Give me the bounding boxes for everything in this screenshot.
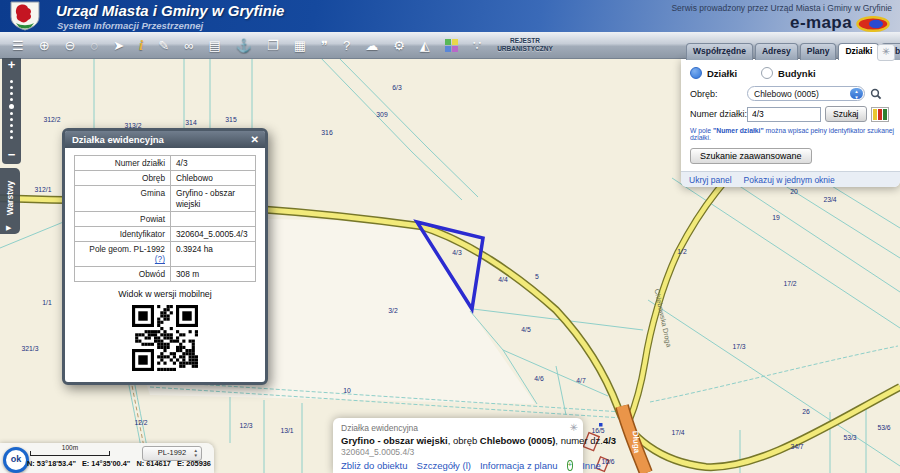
search-panel-tabs: WspółrzędneAdresyPlanyDziałkiObiekty (686, 43, 900, 60)
layers-tab-label: Warstwy (5, 181, 15, 216)
search-icon[interactable] (870, 88, 882, 100)
zoom-out-icon[interactable]: ⊖ (65, 39, 76, 52)
parcel-label-312-1: 312/1 (34, 186, 51, 193)
parcel-label-3-2: 3/2 (388, 307, 397, 314)
radio-label-budynki[interactable]: Budynki (778, 68, 815, 79)
print-icon[interactable]: ▤ (208, 39, 220, 52)
link-pokazuj-w-jednym-oknie[interactable]: Pokazuj w jednym oknie (744, 175, 835, 185)
link-informacja-z-planu[interactable]: Informacja z planu (480, 460, 558, 471)
swipe-compare-icon[interactable]: ◭ (420, 39, 430, 52)
mobile-view-caption: Widok w wersji mobilnej (65, 289, 265, 299)
measure-icon[interactable]: ✎ (158, 39, 169, 52)
parcel-label-20: 20 (790, 188, 798, 195)
rejestr-urbanistyczny-button[interactable]: Rejestr urbanistyczny (497, 37, 553, 53)
zoom-level-dot[interactable] (10, 98, 13, 101)
help-icon[interactable]: ? (343, 39, 350, 52)
obreb-select[interactable]: Chlebowo (0005) ▲▼ (747, 86, 865, 101)
more-actions-icon[interactable]: + (567, 460, 574, 471)
attr-row-obwód: Obwód308 m (75, 267, 255, 282)
layers-icon[interactable]: ☰ (12, 39, 24, 52)
legend-grid-icon[interactable] (445, 39, 458, 52)
parcel-label-19: 19 (772, 214, 780, 221)
crs-stepper-icon: ▲▼ (194, 448, 198, 458)
numer-row: Numer działki: Szukaj (690, 106, 900, 122)
emapa-logo[interactable]: e-mapa (790, 13, 852, 33)
ok-button[interactable]: ok (3, 447, 29, 473)
parcel-label-315: 315 (225, 116, 236, 123)
layers-panel-tab[interactable]: Warstwy ▶ (0, 168, 20, 234)
zoom-level-dot[interactable] (10, 130, 13, 133)
zoom-levels[interactable] (9, 73, 14, 146)
pointer-icon[interactable]: ➤ (113, 39, 124, 52)
undock-panel-icon[interactable]: ✳ (877, 44, 895, 61)
zoom-in-icon[interactable]: ⊕ (39, 39, 50, 52)
link-szczegóły-l-[interactable]: Szczegóły (l) (417, 460, 471, 471)
advanced-search-button[interactable]: Szukanie zaawansowane (690, 148, 812, 164)
scale-label: 100m (30, 444, 110, 451)
numer-label: Numer działki: (690, 109, 747, 119)
tab-działki[interactable]: Działki (838, 43, 879, 60)
scale-bracket (30, 451, 110, 456)
help-link[interactable]: (?) (155, 254, 165, 264)
parcel-attributes-table: Numer działki4/3ObrębChlebowoGminaGryfin… (74, 155, 256, 282)
link-zbliż-do-obiektu[interactable]: Zbliż do obiektu (341, 460, 408, 471)
radio-budynki[interactable] (761, 67, 773, 79)
gryfino-coat-of-arms-icon (9, 1, 41, 31)
parcel-info-dialog: Działka ewidencyjna ✕ Numer działki4/3Ob… (62, 128, 268, 385)
identify-info-icon[interactable]: i (139, 38, 143, 53)
toolbar-icons: ☰⊕⊖◌➤i✎∞▤⚓❐▦❞?☁⚙◭∵ (0, 38, 481, 53)
share-icon[interactable]: ∵ (473, 39, 481, 52)
obreb-label: Obręb: (690, 89, 747, 99)
anchor-icon[interactable]: ⚓ (236, 39, 252, 52)
dismiss-icon[interactable]: ✳ (570, 422, 578, 433)
zoom-level-dot[interactable] (10, 124, 13, 127)
parcel-label-53-6: 53/6 (877, 424, 890, 431)
radio-label-działki[interactable]: Działki (707, 68, 737, 79)
zoom-level-dot[interactable] (10, 112, 13, 115)
link-icon[interactable]: ∞ (184, 39, 193, 52)
copy-view-icon[interactable]: ❐ (267, 39, 279, 52)
layout-icon[interactable]: ▦ (294, 39, 306, 52)
zoom-level-dot[interactable] (10, 92, 13, 95)
zoom-level-dot[interactable] (10, 136, 13, 139)
zoom-level-dot[interactable] (10, 118, 13, 121)
link-inne[interactable]: Inne (582, 460, 601, 471)
numer-input[interactable] (747, 107, 821, 122)
radio-działki[interactable] (690, 67, 702, 79)
legend-colors-icon[interactable] (871, 107, 889, 122)
parcel-label-314: 314 (185, 119, 196, 126)
obreb-row: Obręb: Chlebowo (0005) ▲▼ (690, 86, 900, 101)
zoom-level-dot[interactable] (10, 86, 13, 89)
select-area-icon[interactable]: ◌ (90, 39, 98, 52)
tab-adresy[interactable]: Adresy (755, 43, 798, 60)
zoom-slider[interactable]: + − (2, 58, 21, 164)
parcel-label-23-4: 23/4 (823, 196, 836, 203)
tab-plany[interactable]: Plany (800, 43, 837, 60)
attr-row-pole-geom-pl-1992: Pole geom. PL-1992(?)0.3924 ha (75, 242, 255, 268)
zoom-out-button[interactable]: − (8, 148, 16, 161)
link-ukryj-panel[interactable]: Ukryj panel (689, 175, 732, 185)
service-note: Serwis prowadzony przez Urząd Miasta i G… (671, 3, 892, 13)
cloud-download-icon[interactable]: ☁ (365, 39, 378, 52)
parcel-label-53-3: 53/3 (843, 434, 856, 441)
parcel-label-6-3: 6/3 (392, 84, 401, 91)
attr-row-identyfikator: Identyfikator320604_5.0005.4/3 (75, 227, 255, 242)
zoom-level-dot[interactable] (10, 80, 13, 83)
result-info-bar: Działka ewidencyjna ✳ Gryfino - obszar w… (333, 418, 583, 473)
comment-icon[interactable]: ❞ (321, 39, 328, 52)
szukaj-button[interactable]: Szukaj (825, 106, 867, 122)
parcel-label-4-7: 4/7 (576, 377, 585, 384)
zoom-level-dot[interactable] (9, 104, 14, 109)
settings-icon[interactable]: ⚙ (393, 39, 405, 52)
zoom-in-button[interactable]: + (8, 58, 16, 71)
parcel-label-12-3: 12/3 (239, 422, 252, 429)
parcel-label-4-3: 4/3 (452, 249, 461, 256)
parcel-label-316: 316 (321, 129, 332, 136)
tab-współrzędne[interactable]: Współrzędne (686, 43, 753, 60)
dialog-titlebar[interactable]: Działka ewidencyjna ✕ (65, 131, 265, 148)
attr-row-obręb: ObrębChlebowo (75, 171, 255, 186)
search-hint: W pole "Numer działki" można wpisać pełn… (690, 127, 896, 141)
select-stepper-icon[interactable]: ▲▼ (850, 88, 863, 99)
parcel-label-1-2: 1/2 (677, 248, 686, 255)
close-icon[interactable]: ✕ (251, 131, 259, 148)
